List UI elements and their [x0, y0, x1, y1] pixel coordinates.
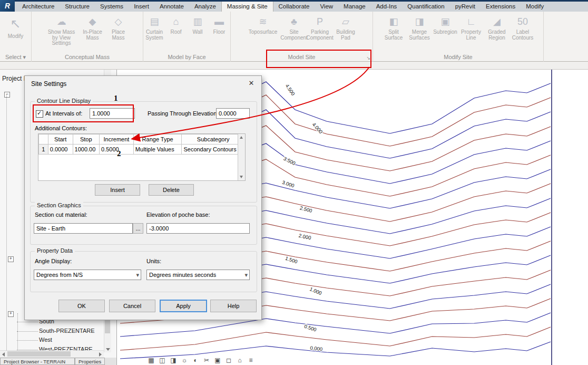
apply-button[interactable]: Apply — [160, 300, 207, 312]
tab-structure[interactable]: Structure — [60, 2, 95, 12]
table-cell[interactable]: 0.0000 — [48, 145, 73, 155]
panel-conceptual-mass: ☁Show Mass by View Settings◆In-Place Mas… — [32, 12, 143, 62]
tab-view[interactable]: View — [315, 2, 338, 12]
tab-project-browser[interactable]: Project Browser - TERRAIN — [0, 358, 75, 365]
table-cell[interactable]: 0.5000 — [100, 145, 134, 155]
tab-architecture[interactable]: Architecture — [17, 2, 60, 12]
delete-button[interactable]: Delete — [149, 184, 194, 196]
browser-item-west[interactable]: West — [39, 337, 52, 343]
site-component-button[interactable]: ♣Site Component — [281, 13, 307, 41]
sun-path-icon[interactable]: ☼ — [181, 357, 188, 364]
analysis-display-icon[interactable]: ≡ — [247, 357, 254, 364]
cancel-button[interactable]: Cancel — [109, 300, 155, 312]
property-line-icon: ∟ — [466, 14, 476, 30]
tab-quantification[interactable]: Quantification — [402, 2, 449, 12]
merge-surfaces-button[interactable]: ◨Merge Surfaces — [407, 13, 432, 41]
ribbon-button-label: Property Line — [461, 30, 481, 41]
tab-pyrevit[interactable]: pyRevit — [450, 2, 481, 12]
tab-annotate[interactable]: Annotate — [154, 2, 189, 12]
additional-contours-label: Additional Contours: — [35, 125, 87, 131]
at-intervals-input[interactable]: 1.0000 — [90, 108, 135, 119]
dialog-title: Site Settings — [31, 80, 66, 88]
tab-massing-site[interactable]: Massing & Site — [221, 1, 273, 12]
graded-region-button[interactable]: ◢Graded Region — [484, 13, 509, 41]
browser-horizontal-scrollbar[interactable] — [0, 350, 104, 358]
scroll-up-arrow[interactable] — [240, 136, 243, 139]
units-select[interactable]: Degrees minutes seconds — [146, 270, 250, 280]
tab-properties[interactable]: Properties — [75, 358, 105, 365]
visual-style-icon[interactable]: ◨ — [170, 357, 177, 364]
label-contours-button[interactable]: 50Label Contours — [510, 13, 535, 41]
scale-icon[interactable]: ▦ — [148, 357, 155, 364]
help-button[interactable]: Help — [210, 300, 257, 312]
show-mass-by-view-settings-button[interactable]: ☁Show Mass by View Settings — [44, 13, 80, 46]
floor-button[interactable]: ▬Floor — [209, 13, 230, 35]
table-cell[interactable]: 1000.00 — [73, 145, 99, 155]
tab-manage[interactable]: Manage — [338, 2, 371, 12]
place-mass-button[interactable]: ◇Place Mass — [106, 13, 131, 41]
close-icon[interactable]: ✕ — [246, 79, 257, 88]
subregion-button[interactable]: ▣Subregion — [433, 13, 458, 35]
tab-collaborate[interactable]: Collaborate — [273, 2, 315, 12]
tab-extensions[interactable]: Extensions — [481, 2, 521, 12]
angle-display-select[interactable]: Degrees from N/S — [34, 270, 141, 280]
property-line-button[interactable]: ∟Property Line — [458, 13, 484, 41]
site-component-icon: ♣ — [291, 14, 297, 30]
ribbon-button-label: Curtain System — [145, 30, 163, 41]
panel-label: Conceptual Mass — [32, 52, 143, 62]
table-cell[interactable]: Secondary Contours — [182, 145, 245, 155]
column-header: Start — [48, 135, 73, 145]
table-row: 10.00001000.000.5000Multiple ValuesSecon… — [39, 145, 245, 155]
reveal-hidden-icon[interactable]: ⌂ — [236, 357, 243, 364]
at-intervals-checkbox[interactable] — [36, 110, 43, 118]
insert-button[interactable]: Insert — [95, 184, 140, 196]
tab-analyze[interactable]: Analyze — [189, 2, 221, 12]
tree-expand-icon[interactable]: + — [8, 311, 14, 317]
ribbon-button-label: Place Mass — [112, 30, 125, 41]
scrollbar-thumb[interactable] — [7, 351, 71, 357]
passing-elevation-input[interactable]: 0.0000 — [216, 108, 250, 119]
crop-view-icon[interactable]: ✂ — [203, 357, 210, 364]
ribbon-button-label: Show Mass by View Settings — [44, 30, 80, 46]
contour-line — [120, 327, 551, 350]
tree-expand-icon[interactable]: + — [8, 256, 14, 262]
tab-insert[interactable]: Insert — [129, 2, 154, 12]
section-cut-material-input[interactable]: Site - Earth — [34, 223, 133, 234]
tab-systems[interactable]: Systems — [95, 2, 129, 12]
browser-item-south-prezentare[interactable]: South-PREZENTARE — [39, 328, 95, 334]
model-site-dialog-launcher-icon[interactable]: ↘ — [366, 55, 370, 61]
tab-add-ins[interactable]: Add-Ins — [371, 2, 403, 12]
modify-button[interactable]: ↖Modify — [2, 13, 30, 40]
poche-base-label: Elevation of poche base: — [146, 212, 210, 218]
group-title: Contour Line Display — [35, 98, 93, 104]
toposurface-button[interactable]: ≋Toposurface — [245, 13, 281, 35]
angle-display-label: Angle Display: — [35, 258, 72, 264]
column-header: Stop — [73, 135, 99, 145]
show-crop-icon[interactable]: ▣ — [214, 357, 221, 364]
browse-material-button[interactable]: ... — [133, 223, 143, 234]
parking-component-button[interactable]: PParking Component — [307, 13, 332, 41]
scroll-right-arrow[interactable] — [99, 352, 102, 357]
tab-modify[interactable]: Modify — [521, 2, 549, 12]
roof-button[interactable]: ⌂Roof — [165, 13, 187, 35]
tree-collapse-icon[interactable]: − — [4, 92, 10, 98]
building-pad-button[interactable]: ▱Building Pad — [333, 13, 358, 41]
in-place-mass-button[interactable]: ◆In-Place Mass — [80, 13, 105, 41]
ok-button[interactable]: OK — [58, 300, 105, 312]
table-scrollbar[interactable] — [238, 134, 245, 180]
scroll-down-arrow[interactable] — [240, 176, 243, 178]
wall-button[interactable]: ▥Wall — [187, 13, 208, 35]
detail-level-icon[interactable]: ◫ — [159, 357, 166, 364]
ribbon-button-label: Building Pad — [336, 30, 355, 41]
temporary-hide-icon[interactable]: ◻ — [225, 357, 232, 364]
modify-icon: ↖ — [10, 14, 21, 34]
scroll-down-arrow[interactable] — [106, 348, 110, 351]
ribbon-button-label: In-Place Mass — [83, 30, 102, 41]
shadows-icon[interactable]: ◐ — [192, 357, 199, 364]
poche-base-input[interactable]: -3.0000 — [146, 223, 250, 234]
scroll-left-arrow[interactable] — [2, 352, 5, 357]
split-surface-button[interactable]: ◧Split Surface — [381, 13, 406, 41]
wall-icon: ▥ — [193, 14, 202, 30]
curtain-system-button[interactable]: ▤Curtain System — [144, 13, 165, 41]
table-cell[interactable]: Multiple Values — [133, 145, 182, 155]
